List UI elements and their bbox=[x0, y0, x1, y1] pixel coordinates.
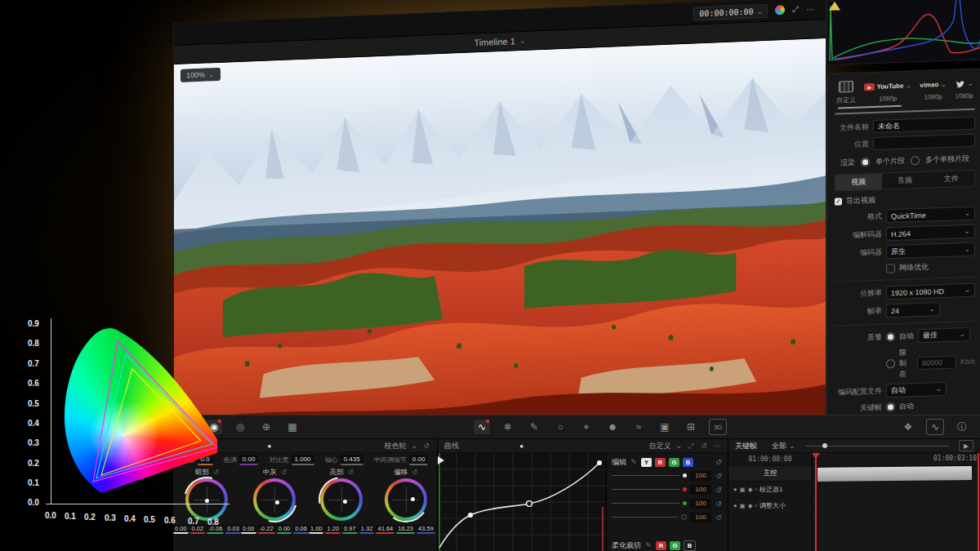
lift-color-wheel[interactable] bbox=[185, 478, 228, 521]
lock-icon[interactable]: ▣ bbox=[740, 486, 746, 493]
temp-value[interactable]: 0.0 bbox=[198, 455, 213, 465]
color-warper-icon[interactable]: ❄ bbox=[500, 420, 516, 434]
contrast-value[interactable]: 1.000 bbox=[292, 455, 314, 465]
tab-audio[interactable]: 音频 bbox=[882, 172, 929, 189]
lift-r[interactable]: 0.02 bbox=[190, 525, 206, 534]
gamma-r[interactable]: -0.22 bbox=[258, 525, 275, 534]
rgb-mixer-icon[interactable]: ⊕ bbox=[258, 420, 274, 434]
softclip-r-button[interactable]: R bbox=[656, 541, 666, 550]
reset-icon[interactable]: ↺ bbox=[213, 469, 219, 476]
resolution-select[interactable]: 1920 x 1080 HD ⌄ bbox=[886, 283, 975, 300]
export-video-checkbox[interactable]: ✓ bbox=[835, 198, 842, 205]
blur-icon[interactable]: ≈ bbox=[630, 420, 647, 434]
channel-r-button[interactable]: R bbox=[655, 458, 666, 467]
keyframe-filter-dropdown[interactable]: 全部 ⌄ bbox=[772, 441, 795, 451]
blue-gain-value[interactable]: 100 bbox=[690, 513, 711, 522]
key-icon[interactable]: ▣ bbox=[657, 420, 673, 434]
lift-y[interactable]: 0.00 bbox=[173, 525, 189, 534]
encoding-profile-select[interactable]: 自动 ⌄ bbox=[886, 382, 947, 398]
more-options-icon[interactable]: ⋯ bbox=[806, 4, 814, 13]
keyframes-auto-radio[interactable] bbox=[886, 402, 895, 411]
offset-g[interactable]: 16.23 bbox=[396, 525, 415, 534]
curves-preset[interactable]: 自定义 bbox=[648, 441, 670, 451]
page-dots[interactable]: ● · · · · · · · bbox=[464, 442, 644, 450]
network-optimization-checkbox[interactable] bbox=[886, 264, 895, 273]
luma-gain-value[interactable]: 100 bbox=[690, 471, 711, 481]
green-gain-value[interactable]: 100 bbox=[690, 499, 711, 509]
filename-input[interactable]: 未命名 bbox=[873, 117, 975, 133]
preset-youtube[interactable]: ▶ YouTube ⌄ 1080p bbox=[864, 78, 911, 103]
track-corrector-1[interactable]: ● ▣ ◆ › 校正器1 bbox=[728, 482, 812, 498]
stereo-3d-icon[interactable]: 3D bbox=[709, 419, 727, 435]
reset-icon[interactable]: ↺ bbox=[715, 458, 723, 466]
hdr-wheels-icon[interactable]: ◎ bbox=[232, 420, 248, 434]
chevron-right-icon[interactable]: › bbox=[755, 502, 757, 509]
framerate-select[interactable]: 24 ⌄ bbox=[886, 302, 940, 318]
red-gain-slider[interactable]: 100 ↺ bbox=[612, 482, 723, 496]
lock-icon[interactable]: ▣ bbox=[740, 502, 746, 509]
keyframe-zoom-slider[interactable] bbox=[805, 446, 949, 447]
track-sizing[interactable]: ● ▣ ◆ › 调整大小 bbox=[728, 498, 812, 514]
gain-color-wheel[interactable] bbox=[320, 478, 363, 521]
channel-y-button[interactable]: Y bbox=[641, 458, 652, 467]
chevron-right-icon[interactable]: › bbox=[755, 486, 757, 493]
gamma-g[interactable]: 0.00 bbox=[277, 525, 292, 534]
midtone-detail-value[interactable]: 0.00 bbox=[409, 455, 429, 465]
keyframe-timeline[interactable]: 01:00:03:10 bbox=[813, 453, 980, 551]
tracker-icon[interactable]: ⌖ bbox=[578, 420, 595, 434]
reset-icon[interactable]: ↺ bbox=[422, 442, 430, 450]
codec-select[interactable]: H.264 ⌄ bbox=[886, 224, 975, 242]
reset-icon[interactable]: ↺ bbox=[281, 469, 287, 476]
reset-icon[interactable]: ↺ bbox=[715, 486, 723, 494]
gain-r[interactable]: 1.20 bbox=[325, 525, 341, 534]
quality-restrict-radio[interactable] bbox=[886, 359, 895, 368]
scopes-graph-icon[interactable]: ∿ bbox=[926, 419, 944, 435]
gamma-y[interactable]: 0.00 bbox=[241, 525, 256, 534]
gamma-color-wheel[interactable] bbox=[253, 478, 296, 521]
tint-value[interactable]: 0.00 bbox=[239, 455, 259, 465]
quality-level-select[interactable]: 最佳 ⌄ bbox=[918, 327, 970, 343]
primaries-bars-icon[interactable]: ▤ bbox=[180, 420, 196, 434]
color-wheels-icon[interactable]: ◉ bbox=[206, 420, 222, 434]
tab-video[interactable]: 视频 bbox=[835, 174, 882, 191]
quality-auto-radio[interactable] bbox=[886, 332, 895, 341]
curves-palette-icon[interactable]: ∿ bbox=[474, 420, 490, 434]
viewer-timecode[interactable]: 00:00:00:00 ⌄ bbox=[693, 3, 768, 20]
gain-b[interactable]: 1.32 bbox=[359, 525, 375, 534]
power-window-icon[interactable]: ○ bbox=[552, 420, 568, 434]
color-palette-icon[interactable] bbox=[775, 5, 785, 15]
softclip-b-button[interactable]: B bbox=[684, 540, 696, 551]
preset-vimeo[interactable]: vimeo ⌄ 1080p bbox=[920, 78, 947, 101]
softclip-g-button[interactable]: G bbox=[670, 541, 680, 550]
qualifier-icon[interactable]: ✎ bbox=[526, 420, 542, 434]
track-master[interactable]: 主控 bbox=[728, 466, 812, 482]
reset-icon[interactable]: ↺ bbox=[715, 513, 723, 522]
preset-custom[interactable]: 自定义 bbox=[836, 80, 856, 105]
more-options-icon[interactable]: ⋯ bbox=[713, 442, 721, 450]
reset-icon[interactable]: ↺ bbox=[715, 500, 723, 508]
encoder-select[interactable]: 原生 ⌄ bbox=[886, 242, 975, 260]
reset-icon[interactable]: ↺ bbox=[348, 469, 354, 476]
gain-y[interactable]: 1.00 bbox=[309, 525, 324, 534]
pivot-value[interactable]: 0.435 bbox=[341, 455, 363, 465]
motion-effects-icon[interactable]: ▦ bbox=[284, 420, 301, 434]
reset-icon[interactable]: ↺ bbox=[412, 469, 417, 476]
viewer-zoom-control[interactable]: 100% ⌄ bbox=[180, 68, 220, 82]
info-icon[interactable]: ⓘ bbox=[954, 420, 970, 434]
preset-twitter[interactable]: ⌄ 1080p bbox=[955, 77, 973, 100]
clip-bar[interactable] bbox=[817, 466, 972, 482]
wheels-panel-title[interactable]: 校色轮 bbox=[384, 441, 406, 451]
channel-b-button[interactable]: B bbox=[683, 458, 693, 467]
lift-b[interactable]: 0.03 bbox=[225, 525, 241, 534]
red-gain-value[interactable]: 100 bbox=[690, 485, 711, 495]
offset-b[interactable]: 43.59 bbox=[416, 525, 435, 534]
expand-icon[interactable]: ⤢ bbox=[687, 442, 695, 451]
sizing-icon[interactable]: ⊞ bbox=[683, 420, 699, 434]
render-multiple-radio[interactable] bbox=[911, 156, 920, 165]
jump-to-playhead-button[interactable]: ▶ bbox=[959, 440, 973, 451]
gamma-b[interactable]: 0.06 bbox=[293, 525, 309, 534]
format-select[interactable]: QuickTime ⌄ bbox=[886, 207, 975, 224]
location-input[interactable] bbox=[873, 134, 975, 150]
offset-r[interactable]: 41.64 bbox=[376, 525, 394, 534]
blue-gain-slider[interactable]: 100 ↺ bbox=[612, 510, 723, 524]
